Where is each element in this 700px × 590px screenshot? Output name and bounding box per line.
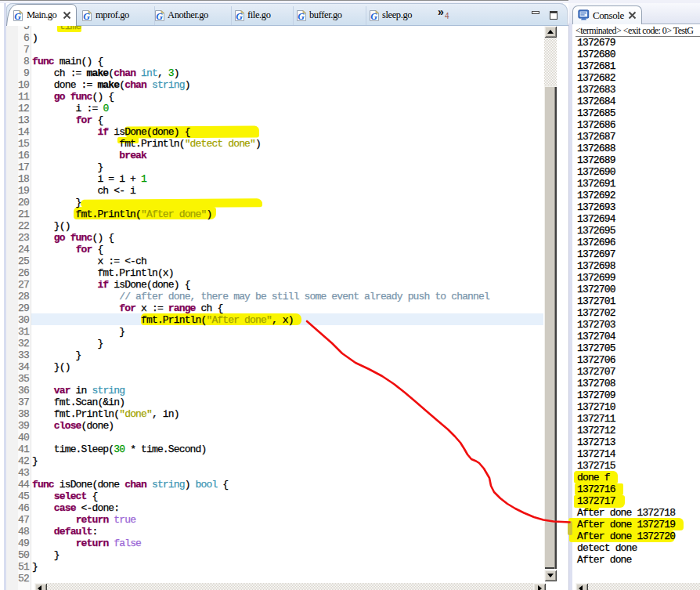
svg-text:G: G xyxy=(370,11,377,22)
svg-text:G: G xyxy=(156,11,163,22)
svg-text:G: G xyxy=(83,11,90,22)
svg-text:G: G xyxy=(298,11,305,22)
svg-text:G: G xyxy=(14,11,21,22)
svg-text:G: G xyxy=(236,11,243,22)
